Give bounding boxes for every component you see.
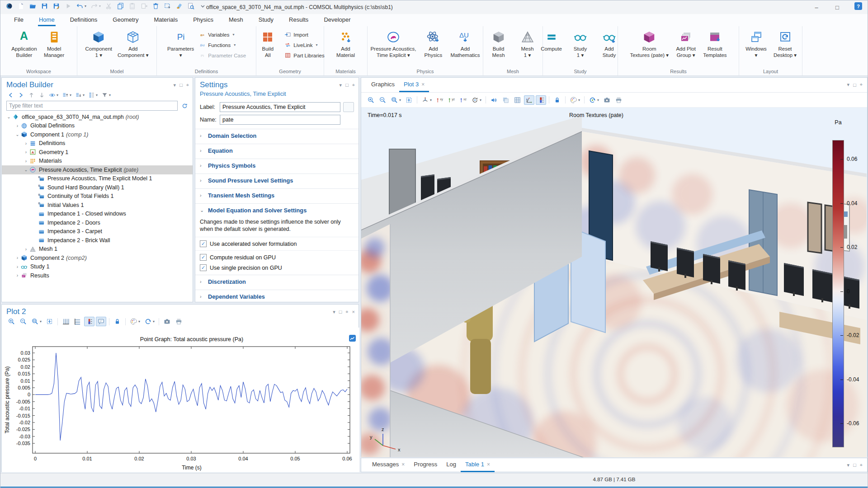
move-up-button[interactable] — [27, 91, 36, 99]
new-file-button[interactable] — [16, 1, 26, 11]
section-physics-symbols[interactable]: ›Physics Symbols — [195, 159, 359, 172]
preview-button[interactable] — [186, 1, 196, 11]
ribbon-functions-button[interactable]: f(x)Functions▾ — [197, 41, 248, 49]
transparency-button[interactable] — [500, 95, 511, 105]
tree-item[interactable]: Impedance 2 - Brick Wall — [2, 236, 193, 245]
redo-button[interactable]: ▾ — [89, 1, 102, 11]
ribbon-livelink-button[interactable]: LiveLink▾ — [283, 41, 326, 49]
view-xz-button[interactable]: xz — [458, 95, 468, 105]
tree-item[interactable]: ›AGeometry 1 — [2, 148, 193, 157]
color-palette-button[interactable]: ▾ — [128, 317, 142, 326]
tab-messages[interactable]: Messages× — [368, 458, 409, 472]
menu-results[interactable]: Results — [288, 14, 309, 26]
refresh-icon[interactable] — [180, 102, 189, 110]
tree-item[interactable]: DContinuity of Total Fields 1 — [2, 192, 193, 201]
ribbon-model-manager-button[interactable]: ModelManager — [40, 29, 68, 60]
point-graph-chart[interactable]: Point Graph: Total acoustic pressure (Pa… — [2, 328, 359, 472]
lock-view-button[interactable] — [552, 95, 562, 105]
ribbon-pressure-acoustics-button[interactable]: Pressure Acoustics,Time Explicit ▾ — [368, 29, 418, 60]
minimize-button[interactable]: – — [806, 0, 827, 14]
zoom-out-button[interactable] — [18, 317, 28, 326]
float-icon[interactable]: □ — [853, 462, 856, 468]
select-box-button[interactable] — [162, 1, 173, 11]
print-button[interactable] — [613, 95, 624, 105]
sound-button[interactable] — [489, 95, 499, 105]
ribbon-windows-button[interactable]: Windows ▾ — [742, 29, 770, 60]
paste-button[interactable] — [127, 1, 137, 11]
section-sound-pressure-level-settings[interactable]: ›Sound Pressure Level Settings — [195, 174, 359, 187]
menu-mesh[interactable]: Mesh — [228, 14, 244, 26]
print-button[interactable] — [174, 317, 184, 326]
tree-item[interactable]: ›Materials — [2, 157, 193, 166]
ribbon-variables-button[interactable]: a=Variables▾ — [197, 31, 248, 38]
expander-closed-icon[interactable]: › — [23, 141, 29, 146]
delete-button[interactable] — [151, 1, 161, 11]
menu-geometry[interactable]: Geometry — [112, 14, 139, 26]
go-to-view-button[interactable]: ▾ — [420, 95, 433, 105]
checkbox-use-single-precision-on-gpu[interactable]: ✓Use single precision on GPU — [195, 263, 359, 273]
scene-update-button[interactable]: ▾ — [587, 95, 600, 105]
expander-closed-icon[interactable]: › — [23, 159, 29, 164]
zoom-out-button[interactable] — [377, 95, 388, 105]
legend-toggle-button[interactable] — [84, 317, 94, 326]
show-eye-button[interactable]: ▾ — [48, 91, 59, 99]
panel-menu-icon[interactable]: ▾ — [340, 82, 342, 88]
ribbon-add-physics-button[interactable]: AddPhysics — [419, 29, 447, 60]
panel-menu-icon[interactable]: ▾ — [174, 82, 176, 88]
tab-progress[interactable]: Progress — [409, 458, 442, 472]
expand-tree-button[interactable]: ▾ — [74, 91, 85, 99]
tab-table-1[interactable]: Table 1× — [461, 458, 495, 472]
close-icon[interactable]: × — [401, 461, 405, 468]
ribbon-room-textures-button[interactable]: RoomTextures (pate) ▾ — [627, 29, 671, 60]
nav-back-button[interactable] — [6, 91, 15, 99]
model-columns-button[interactable]: ▾ — [87, 91, 99, 99]
lock-axes-button[interactable] — [112, 317, 123, 326]
close-icon[interactable]: × — [487, 461, 490, 468]
section-discretization[interactable]: ›Discretization — [195, 275, 359, 288]
save-as-button[interactable] — [51, 1, 61, 11]
close-icon[interactable]: × — [352, 309, 355, 314]
tree-item[interactable]: Impedance 2 - Doors — [2, 218, 193, 227]
zoom-in-button[interactable] — [6, 317, 17, 326]
tree-item[interactable]: DInitial Values 1 — [2, 201, 193, 210]
float-icon[interactable]: □ — [179, 82, 183, 88]
ribbon-reset-desktop-button[interactable]: ResetDesktop ▾ — [771, 29, 799, 60]
checkbox-compute-residual-on-gpu[interactable]: ✓Compute residual on GPU — [195, 252, 359, 263]
float-icon[interactable]: □ — [853, 82, 856, 88]
open-file-button[interactable] — [28, 1, 38, 11]
move-down-button[interactable] — [38, 91, 46, 99]
copy-button[interactable] — [115, 1, 126, 11]
zoom-box-button[interactable]: ▾ — [389, 95, 402, 105]
save-button[interactable] — [39, 1, 50, 11]
checkbox-use-accelerated-solver-formulation[interactable]: ✓Use accelerated solver formulation — [195, 239, 359, 249]
tree-item[interactable]: ›Global Definitions — [2, 122, 193, 131]
menu-file[interactable]: File — [13, 14, 24, 26]
tree-item[interactable]: DPressure Acoustics, Time Explicit Model… — [2, 174, 193, 183]
help-icon[interactable]: ? — [854, 2, 862, 10]
tree-item[interactable]: ›Mesh 1 — [2, 245, 193, 254]
tree-item[interactable]: ›Definitions — [2, 139, 193, 148]
tree-item[interactable]: ⌄Pressure Acoustics, Time Explicit(pate) — [2, 165, 193, 174]
panel-menu-icon[interactable]: ▾ — [847, 82, 850, 88]
tree-item[interactable]: ⌄Component 1(comp 1) — [2, 130, 193, 139]
section-model-equation-and-solver-settings[interactable]: ⌄Model Equation and Solver Settings — [195, 204, 359, 216]
ribbon-add-component-button[interactable]: AddComponent ▾ — [115, 29, 151, 60]
maximize-button[interactable]: □ — [827, 0, 848, 14]
zoom-extents-button[interactable] — [44, 317, 55, 326]
menu-definitions[interactable]: Definitions — [69, 14, 99, 26]
section-dependent-variables[interactable]: ›Dependent Variables — [195, 290, 359, 303]
tree-item[interactable]: ›Results — [2, 271, 193, 280]
pin-icon[interactable]: ⌖ — [860, 82, 863, 88]
plot-update-button[interactable]: ▾ — [143, 317, 156, 326]
section-transient-mesh-settings[interactable]: ›Transient Mesh Settings — [195, 189, 359, 202]
expander-closed-icon[interactable]: › — [14, 255, 21, 260]
expander-closed-icon[interactable]: › — [14, 273, 21, 278]
tree-item[interactable]: ›Component 2(comp2) — [2, 253, 193, 263]
menu-developer[interactable]: Developer — [323, 14, 351, 26]
ribbon-result-templates-button[interactable]: ResultTemplates — [701, 29, 729, 60]
snapshot-button[interactable] — [162, 317, 172, 326]
tree-item[interactable]: DSound Hard Boundary (Wall) 1 — [2, 183, 193, 192]
ribbon-build-all-button[interactable]: BuildAll — [254, 29, 282, 60]
ribbon-add-plot-group-button[interactable]: Add PlotGroup ▾ — [672, 29, 700, 60]
panel-menu-icon[interactable]: ▾ — [333, 309, 335, 315]
